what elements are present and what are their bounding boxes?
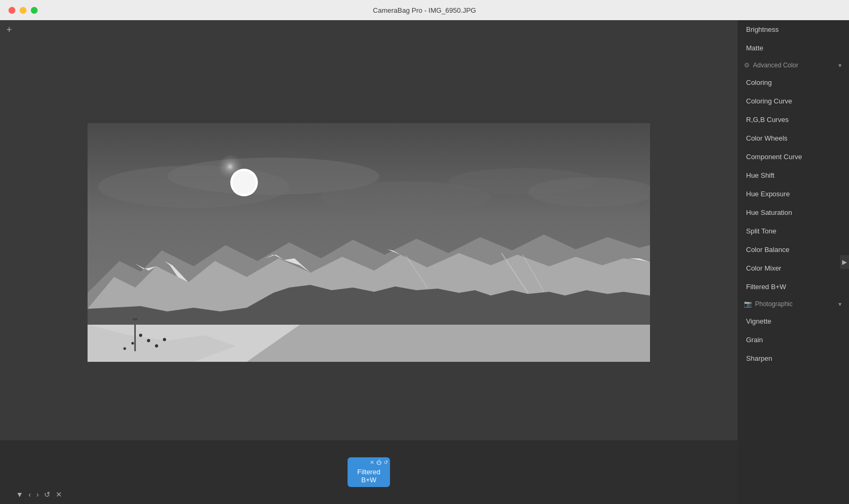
sidebar-item-sharpen[interactable]: Sharpen [738, 349, 849, 368]
sidebar-item-rgb-curves[interactable]: R,G,B Curves [738, 110, 849, 129]
advanced-color-chevron: ▼ [837, 63, 843, 68]
brightness-label: Brightness [746, 25, 778, 33]
close-button[interactable] [8, 7, 15, 14]
sidebar-item-color-mixer[interactable]: Color Mixer [738, 259, 849, 277]
filtered-bw-label: Filtered B+W [746, 283, 786, 291]
maximize-button[interactable] [31, 7, 38, 14]
sidebar-item-component-curve[interactable]: Component Curve [738, 147, 849, 166]
split-tone-label: Split Tone [746, 227, 776, 235]
sidebar-item-filtered-bw[interactable]: Filtered B+W [738, 277, 849, 296]
svg-point-8 [232, 171, 256, 194]
sidebar-item-coloring[interactable]: Coloring [738, 73, 849, 92]
filter-chip-icons: ✕ ⏻ ↺ [370, 459, 388, 465]
window-controls [8, 7, 38, 14]
sharpen-label: Sharpen [746, 354, 772, 362]
sidebar-collapse-button[interactable]: ▶ [840, 255, 849, 269]
advanced-color-label: Advanced Color [753, 62, 798, 69]
color-balance-label: Color Balance [746, 246, 790, 254]
filter-reset-icon[interactable]: ↺ [384, 459, 388, 465]
sidebar-item-hue-shift[interactable]: Hue Shift [738, 166, 849, 185]
filmstrip-area: ✕ ⏻ ↺ FilteredB+W ▼ ‹ › ↺ ✕ [0, 440, 738, 504]
sidebar-item-brightness[interactable]: Brightness [738, 20, 849, 39]
sidebar-item-coloring-curve[interactable]: Coloring Curve [738, 92, 849, 110]
right-sidebar: ▶ Brightness Matte ⚙ Advanced Color ▼ Co… [738, 20, 849, 504]
hue-exposure-label: Hue Exposure [746, 190, 790, 198]
hue-shift-label: Hue Shift [746, 171, 774, 179]
vignette-label: Vignette [746, 317, 771, 325]
image-container [0, 39, 738, 440]
filter-chip[interactable]: ✕ ⏻ ↺ FilteredB+W [348, 457, 390, 487]
svg-point-24 [155, 344, 158, 347]
svg-rect-29 [133, 318, 137, 320]
dropdown-button[interactable]: ▼ [16, 490, 23, 499]
sidebar-item-color-balance[interactable]: Color Balance [738, 240, 849, 259]
add-button[interactable]: + [6, 25, 12, 34]
main-area: + [0, 20, 849, 504]
landscape-image [88, 123, 650, 362]
rgb-curves-label: R,G,B Curves [746, 116, 789, 124]
close-button[interactable]: ✕ [56, 490, 62, 499]
svg-point-23 [147, 339, 150, 342]
titlebar: CameraBag Pro - IMG_6950.JPG [0, 0, 849, 20]
window-title: CameraBag Pro - IMG_6950.JPG [373, 6, 476, 14]
filter-close-icon[interactable]: ✕ [370, 459, 374, 465]
photographic-chevron: ▼ [837, 301, 843, 307]
filmstrip-controls: ▼ ‹ › ↺ ✕ [16, 490, 62, 499]
hue-saturation-label: Hue Saturation [746, 208, 792, 216]
canvas-toolbar: + [0, 20, 738, 39]
svg-point-25 [163, 338, 166, 341]
sidebar-scroll[interactable]: Brightness Matte ⚙ Advanced Color ▼ Colo… [738, 20, 849, 504]
grain-label: Grain [746, 336, 763, 344]
filter-power-icon[interactable]: ⏻ [376, 459, 382, 465]
sidebar-item-grain[interactable]: Grain [738, 331, 849, 349]
filter-chip-label: FilteredB+W [354, 468, 384, 484]
color-mixer-label: Color Mixer [746, 264, 781, 272]
sidebar-item-hue-saturation[interactable]: Hue Saturation [738, 203, 849, 222]
minimize-button[interactable] [20, 7, 27, 14]
sidebar-item-hue-exposure[interactable]: Hue Exposure [738, 185, 849, 203]
image-frame [88, 123, 650, 362]
prev-button[interactable]: ‹ [29, 490, 31, 499]
svg-point-5 [528, 177, 650, 207]
color-wheels-label: Color Wheels [746, 134, 787, 142]
photographic-icon: 📷 [744, 300, 752, 308]
advanced-color-icon: ⚙ [744, 62, 750, 69]
component-curve-label: Component Curve [746, 153, 802, 161]
sidebar-item-vignette[interactable]: Vignette [738, 312, 849, 331]
next-button[interactable]: › [37, 490, 39, 499]
svg-point-27 [124, 347, 126, 350]
sidebar-item-split-tone[interactable]: Split Tone [738, 222, 849, 240]
svg-rect-28 [134, 319, 136, 351]
coloring-label: Coloring [746, 79, 772, 86]
coloring-curve-label: Coloring Curve [746, 97, 792, 105]
matte-label: Matte [746, 44, 764, 52]
section-advanced-color[interactable]: ⚙ Advanced Color ▼ [738, 57, 849, 73]
canvas-area: + [0, 20, 738, 504]
sidebar-item-color-wheels[interactable]: Color Wheels [738, 129, 849, 147]
reset-button[interactable]: ↺ [44, 490, 50, 499]
svg-point-26 [132, 342, 134, 345]
svg-point-22 [139, 334, 142, 337]
section-photographic[interactable]: 📷 Photographic ▼ [738, 296, 849, 312]
sidebar-item-matte[interactable]: Matte [738, 39, 849, 57]
photographic-label: Photographic [755, 300, 793, 308]
